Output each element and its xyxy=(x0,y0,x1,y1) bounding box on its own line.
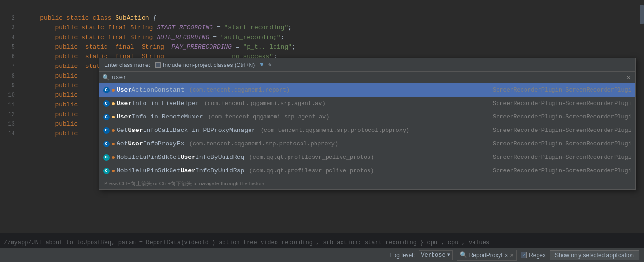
regex-checkbox-check-icon: ✓ xyxy=(522,252,526,258)
class-name-2: UserInfo in RemoteMuxer xyxy=(117,112,203,122)
log-text: //myapp/JNI about to toJpostReq, param =… xyxy=(4,239,489,246)
filter-icon[interactable]: ▼ xyxy=(260,61,263,68)
regex-checkbox-area[interactable]: ✓ Regex xyxy=(521,252,546,259)
module-name-5: ScreenRecorderPlugin-ScreenRecorderPlugi xyxy=(483,152,631,163)
search-input-display[interactable]: user xyxy=(112,74,625,81)
regex-label: Regex xyxy=(529,252,546,259)
include-label: Include non-project classes (Ctrl+N) xyxy=(163,62,255,68)
result-item-6[interactable]: C MobileLuPinSdkGetUserInfoByUuidRsp (co… xyxy=(99,164,635,178)
result-item-5[interactable]: C MobileLuPinSdkGetUserInfoByUuidReq (co… xyxy=(99,151,635,164)
edit-icon[interactable]: ✎ xyxy=(268,62,272,68)
visibility-dot-6 xyxy=(112,170,115,172)
visibility-dot-1 xyxy=(112,102,115,105)
log-level-label: Log level: xyxy=(390,252,415,259)
log-search-icon: 🔍 xyxy=(460,251,467,259)
log-level-select[interactable]: Verbose ▼ xyxy=(419,250,452,260)
result-item-4[interactable]: C GetUserInfoProxyEx (com.tencent.qqgame… xyxy=(99,137,635,151)
bottom-toolbar: Log level: Verbose ▼ 🔍 ReportProxyEx ✕ ✓… xyxy=(0,248,644,262)
visibility-dot-3 xyxy=(112,129,115,132)
result-item-3[interactable]: C GetUserInfoCallBack in PBProxyManager … xyxy=(99,124,635,137)
clear-search-button[interactable]: ✕ xyxy=(625,73,632,81)
visibility-dot-4 xyxy=(112,143,115,145)
module-name-3: ScreenRecorderPlugin-ScreenRecorderPlugi xyxy=(483,125,631,136)
package-name-4: (com.tencent.qqgamemi.srp.protocol.pbpro… xyxy=(189,139,338,149)
module-name-0: ScreenRecorderPlugin-ScreenRecorderPlugi xyxy=(483,85,631,95)
search-row: 🔍 user ✕ xyxy=(99,72,635,83)
class-icon-1: C xyxy=(103,100,110,107)
class-name-3: GetUserInfoCallBack in PBProxyManager xyxy=(117,125,256,136)
autocomplete-dialog: Enter class name: Include non-project cl… xyxy=(99,58,636,190)
dialog-header: Enter class name: Include non-project cl… xyxy=(99,58,635,72)
visibility-dot-0 xyxy=(112,89,115,92)
bottom-log-line: //myapp/JNI about to toJpostReq, param =… xyxy=(0,237,644,248)
scrollbar-thumb[interactable] xyxy=(640,5,644,24)
line-numbers: 2 3 4 5 6 7 8 9 10 11 12 13 14 xyxy=(0,0,19,233)
package-name-2: (com.tencent.qqgamemi.srp.agent.av) xyxy=(208,112,329,122)
log-search-box[interactable]: 🔍 ReportProxyEx ✕ xyxy=(457,250,517,261)
class-icon-6: C xyxy=(103,168,110,174)
vertical-scrollbar[interactable] xyxy=(639,0,644,233)
module-name-2: ScreenRecorderPlugin-ScreenRecorderPlugi xyxy=(483,112,631,122)
class-icon-0: C xyxy=(103,87,110,93)
regex-checkbox[interactable]: ✓ xyxy=(521,252,527,258)
class-name-1: UserInfo in LiveHelper xyxy=(117,98,199,109)
module-name-4: ScreenRecorderPlugin-ScreenRecorderPlugi xyxy=(483,139,631,149)
include-non-project-checkbox-area[interactable]: Include non-project classes (Ctrl+N) xyxy=(155,62,255,68)
show-selected-app-button[interactable]: Show only selected application xyxy=(550,250,639,260)
package-name-6: (com.qq.qt.profilesvr_pclive_protos) xyxy=(249,166,374,176)
dialog-enter-label: Enter class name: xyxy=(104,62,150,68)
visibility-dot-5 xyxy=(112,156,115,159)
class-name-6: MobileLuPinSdkGetUserInfoByUuidRsp xyxy=(117,166,244,176)
include-checkbox[interactable] xyxy=(155,62,161,68)
class-name-4: GetUserInfoProxyEx xyxy=(117,139,184,149)
class-icon-4: C xyxy=(103,141,110,147)
result-item-0[interactable]: C UserActionConstant (com.tencent.qqgame… xyxy=(99,83,635,97)
log-search-value: ReportProxyEx xyxy=(469,252,508,259)
result-list: C UserActionConstant (com.tencent.qqgame… xyxy=(99,83,635,178)
package-name-0: (com.tencent.qqgamemi.report) xyxy=(189,85,289,95)
class-icon-2: C xyxy=(103,114,110,120)
search-icon: 🔍 xyxy=(102,74,110,81)
class-icon-3: C xyxy=(103,127,110,134)
package-name-3: (com.tencent.qqgamemi.srp.protocol.pbpro… xyxy=(261,125,410,136)
class-name-5: MobileLuPinSdkGetUserInfoByUuidReq xyxy=(117,152,244,163)
log-level-value: Verbose xyxy=(421,252,445,259)
result-item-1[interactable]: C UserInfo in LiveHelper (com.tencent.qq… xyxy=(99,97,635,110)
log-search-clear-button[interactable]: ✕ xyxy=(510,251,513,259)
log-level-arrow-icon: ▼ xyxy=(447,252,450,258)
dialog-hint: Press Ctrl+向上箭头 or Ctrl+向下箭头 to navigate… xyxy=(99,178,635,189)
visibility-dot-2 xyxy=(112,116,115,118)
class-icon-5: C xyxy=(103,154,110,161)
module-name-1: ScreenRecorderPlugin-ScreenRecorderPlugi xyxy=(483,98,631,109)
class-name-0: UserActionConstant xyxy=(117,85,184,95)
package-name-5: (com.qq.qt.profilesvr_pclive_protos) xyxy=(249,152,374,163)
result-item-2[interactable]: C UserInfo in RemoteMuxer (com.tencent.q… xyxy=(99,110,635,124)
package-name-1: (com.tencent.qqgamemi.srp.agent.av) xyxy=(204,98,326,109)
module-name-6: ScreenRecorderPlugin-ScreenRecorderPlugi xyxy=(483,166,631,176)
